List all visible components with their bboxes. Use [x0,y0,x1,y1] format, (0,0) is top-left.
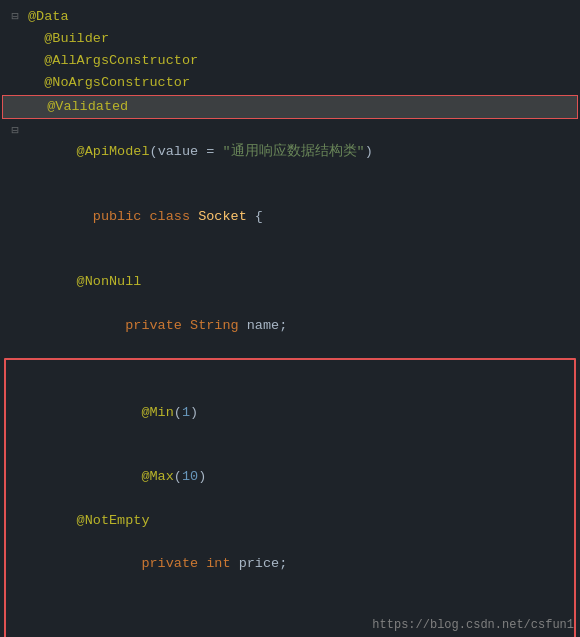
line-text-9: @NonNull [28,271,570,293]
line-text-5: @Validated [31,96,567,118]
line-text-15: private int price; [28,532,570,597]
url-bar: https://blog.csdn.net/csfun1 [366,614,580,637]
line-text-4: @NoArgsConstructor [28,72,570,94]
red-box-region: @Min(1) @Max(10) @NotEmpty private int p… [0,358,580,637]
line-text-14: @NotEmpty [28,510,570,532]
code-line-3: @AllArgsConstructor [0,50,580,72]
gutter-6: ⊟ [8,122,22,141]
code-line-14: @NotEmpty [0,510,580,532]
code-line-8 [0,249,580,271]
code-line-15: private int price; [0,532,580,597]
code-line-9: @NonNull [0,271,580,293]
line-text-10: private String name; [28,293,570,358]
line-text-6: @ApiModel(value = "通用响应数据结构类") [28,120,570,185]
line-text-8 [28,249,570,271]
code-line-13: @Max(10) [0,445,580,510]
line-text-11 [28,358,570,380]
gutter-1: ⊟ [8,8,22,27]
line-text-3: @AllArgsConstructor [28,50,570,72]
code-line-2: @Builder [0,28,580,50]
code-line-1: ⊟ @Data [0,6,580,28]
code-line-10: private String name; [0,293,580,358]
line-text-2: @Builder [28,28,570,50]
code-line-4: @NoArgsConstructor [0,72,580,94]
code-editor: ⊟ @Data @Builder @AllArgsConstructor @No… [0,0,580,637]
code-line-11 [0,358,580,380]
code-line-5: @Validated [2,95,578,119]
line-text-7: public class Socket { [28,184,570,249]
line-text-13: @Max(10) [28,445,570,510]
code-line-7: public class Socket { [0,184,580,249]
line-text-1: @Data [28,6,570,28]
code-line-12: @Min(1) [0,380,580,445]
line-text-12: @Min(1) [28,380,570,445]
code-line-6: ⊟ @ApiModel(value = "通用响应数据结构类") [0,120,580,185]
